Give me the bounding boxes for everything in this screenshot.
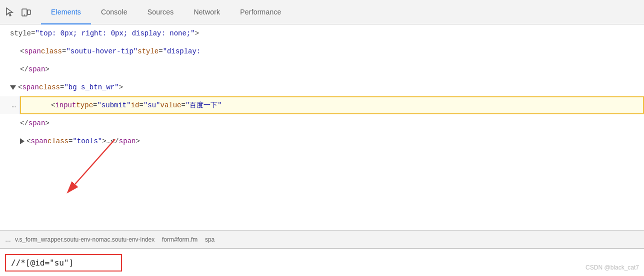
breadcrumb-span[interactable]: spa xyxy=(205,236,214,243)
tab-elements[interactable]: Elements xyxy=(41,0,91,24)
code-line-1[interactable]: style="top: 0px; right: 0px; display: no… xyxy=(0,24,644,42)
code-line-7[interactable]: <span class="tools">…</span> xyxy=(0,132,644,150)
code-line-6[interactable]: </span> xyxy=(0,114,644,132)
xpath-bar xyxy=(0,248,644,276)
code-line-5-highlighted[interactable]: <input type="submit" id="su" value="百度一下… xyxy=(20,96,644,114)
expand-down-icon[interactable] xyxy=(10,85,16,90)
code-area: style="top: 0px; right: 0px; display: no… xyxy=(0,24,644,276)
svg-rect-2 xyxy=(28,10,30,14)
code-lines: style="top: 0px; right: 0px; display: no… xyxy=(0,24,644,150)
breadcrumb-form[interactable]: form#form.fm xyxy=(162,236,198,243)
gutter-dots: … xyxy=(0,96,20,114)
tab-sources[interactable]: Sources xyxy=(138,0,184,24)
tab-performance[interactable]: Performance xyxy=(230,0,291,24)
tab-console[interactable]: Console xyxy=(91,0,138,24)
breadcrumb-form-wrapper[interactable]: v.s_form_wrapper.soutu-env-nomac.soutu-e… xyxy=(15,236,154,243)
csdn-watermark: CSDN @black_cat7 xyxy=(586,264,639,271)
code-line-3[interactable]: </span> xyxy=(0,60,644,78)
device-toggle-icon[interactable] xyxy=(21,7,31,17)
tab-network[interactable]: Network xyxy=(184,0,230,24)
code-line-2[interactable]: <span class="soutu-hover-tip" style="dis… xyxy=(0,42,644,60)
toolbar-icons xyxy=(5,7,31,17)
xpath-input-wrapper xyxy=(5,254,122,272)
svg-point-3 xyxy=(24,14,25,15)
breadcrumb-ellipsis: … xyxy=(5,236,11,243)
xpath-input[interactable] xyxy=(11,258,116,268)
expand-right-icon[interactable] xyxy=(20,138,24,144)
devtools-main: style="top: 0px; right: 0px; display: no… xyxy=(0,24,644,276)
devtools-toolbar: Elements Console Sources Network Perform… xyxy=(0,0,644,24)
code-line-4[interactable]: <span class="bg s_btn_wr"> xyxy=(0,78,644,96)
svg-marker-0 xyxy=(6,8,12,16)
breadcrumb-bar: … v.s_form_wrapper.soutu-env-nomac.soutu… xyxy=(0,230,644,248)
highlighted-row: … <input type="submit" id="su" value="百度… xyxy=(0,96,644,114)
cursor-icon[interactable] xyxy=(5,7,15,17)
